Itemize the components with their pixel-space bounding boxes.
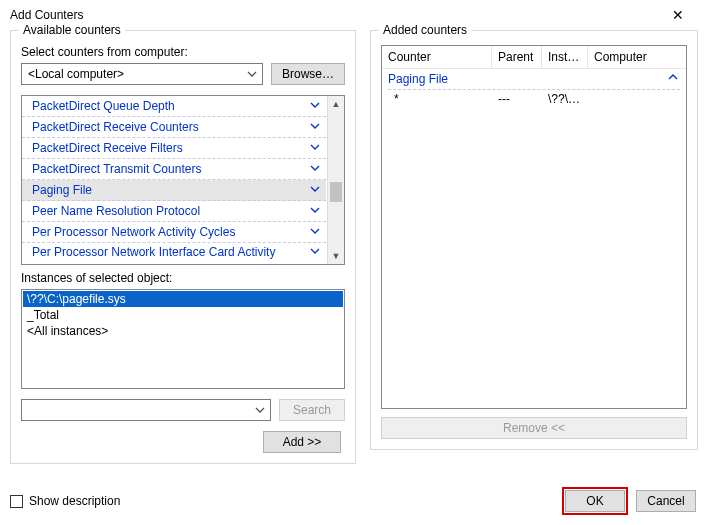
- dialog-footer: Show description OK Cancel: [10, 487, 696, 515]
- table-row[interactable]: *---\??\…: [382, 90, 686, 108]
- col-counter[interactable]: Counter: [382, 46, 492, 68]
- counter-category-label: Per Processor Network Activity Cycles: [32, 225, 235, 239]
- chevron-down-icon: [310, 205, 320, 217]
- group-name: Paging File: [388, 72, 448, 86]
- available-counters-legend: Available counters: [19, 23, 125, 37]
- cell-parent: ---: [492, 92, 542, 106]
- ok-button[interactable]: OK: [565, 490, 625, 512]
- counter-category-label: Per Processor Network Interface Card Act…: [32, 245, 275, 259]
- chevron-down-icon: [244, 66, 260, 82]
- counter-category-item[interactable]: PacketDirect Receive Counters: [22, 117, 326, 138]
- show-description-checkbox[interactable]: [10, 495, 23, 508]
- col-computer[interactable]: Computer: [588, 46, 686, 68]
- chevron-down-icon: [310, 100, 320, 112]
- counter-category-label: PacketDirect Receive Filters: [32, 141, 183, 155]
- add-button[interactable]: Add >>: [263, 431, 341, 453]
- chevron-down-icon: [310, 226, 320, 238]
- cell-computer: [588, 92, 686, 106]
- counter-category-label: PacketDirect Queue Depth: [32, 99, 175, 113]
- counter-category-item[interactable]: Paging File: [22, 180, 326, 201]
- search-button[interactable]: Search: [279, 399, 345, 421]
- computer-combo-value: <Local computer>: [28, 67, 124, 81]
- search-input[interactable]: [21, 399, 271, 421]
- select-computer-label: Select counters from computer:: [21, 45, 345, 59]
- ok-highlight: OK: [562, 487, 628, 515]
- scrollbar[interactable]: ▲ ▼: [327, 96, 344, 264]
- col-parent[interactable]: Parent: [492, 46, 542, 68]
- chevron-down-icon: [310, 246, 320, 258]
- counter-category-label: PacketDirect Transmit Counters: [32, 162, 201, 176]
- cell-instance: \??\…: [542, 92, 588, 106]
- instance-item[interactable]: <All instances>: [23, 323, 343, 339]
- col-instance[interactable]: Inst…: [542, 46, 588, 68]
- chevron-down-icon: [310, 121, 320, 133]
- scroll-down-icon[interactable]: ▼: [328, 248, 344, 264]
- chevron-down-icon: [310, 142, 320, 154]
- table-group-row[interactable]: Paging File: [388, 69, 680, 90]
- scroll-thumb[interactable]: [330, 182, 342, 202]
- counter-category-label: Peer Name Resolution Protocol: [32, 204, 200, 218]
- counter-category-item[interactable]: PacketDirect Receive Filters: [22, 138, 326, 159]
- window-title: Add Counters: [10, 8, 658, 22]
- remove-button[interactable]: Remove <<: [381, 417, 687, 439]
- counter-category-item[interactable]: Per Processor Network Activity Cycles: [22, 222, 326, 243]
- added-counters-group: Added counters Counter Parent Inst… Comp…: [370, 30, 698, 450]
- chevron-down-icon: [252, 402, 268, 418]
- chevron-down-icon: [310, 184, 320, 196]
- chevron-down-icon: [310, 163, 320, 175]
- added-counters-table: Counter Parent Inst… Computer Paging Fil…: [381, 45, 687, 409]
- counter-category-item[interactable]: Per Processor Network Interface Card Act…: [22, 243, 326, 260]
- scroll-up-icon[interactable]: ▲: [328, 96, 344, 112]
- instances-list[interactable]: \??\C:\pagefile.sys_Total<All instances>: [21, 289, 345, 389]
- counter-category-label: Paging File: [32, 183, 92, 197]
- available-counters-group: Available counters Select counters from …: [10, 30, 356, 464]
- instance-item[interactable]: _Total: [23, 307, 343, 323]
- computer-combo[interactable]: <Local computer>: [21, 63, 263, 85]
- counter-category-list[interactable]: PacketDirect Queue DepthPacketDirect Rec…: [21, 95, 345, 265]
- show-description-label: Show description: [29, 494, 120, 508]
- instances-label: Instances of selected object:: [21, 271, 345, 285]
- added-counters-legend: Added counters: [379, 23, 471, 37]
- chevron-up-icon[interactable]: [668, 72, 680, 86]
- table-header[interactable]: Counter Parent Inst… Computer: [382, 46, 686, 69]
- counter-category-item[interactable]: PacketDirect Queue Depth: [22, 96, 326, 117]
- counter-category-item[interactable]: PacketDirect Transmit Counters: [22, 159, 326, 180]
- counter-category-item[interactable]: Peer Name Resolution Protocol: [22, 201, 326, 222]
- counter-category-label: PacketDirect Receive Counters: [32, 120, 199, 134]
- close-icon[interactable]: ✕: [658, 7, 698, 23]
- cell-counter: *: [382, 92, 492, 106]
- cancel-button[interactable]: Cancel: [636, 490, 696, 512]
- instance-item[interactable]: \??\C:\pagefile.sys: [23, 291, 343, 307]
- browse-button[interactable]: Browse…: [271, 63, 345, 85]
